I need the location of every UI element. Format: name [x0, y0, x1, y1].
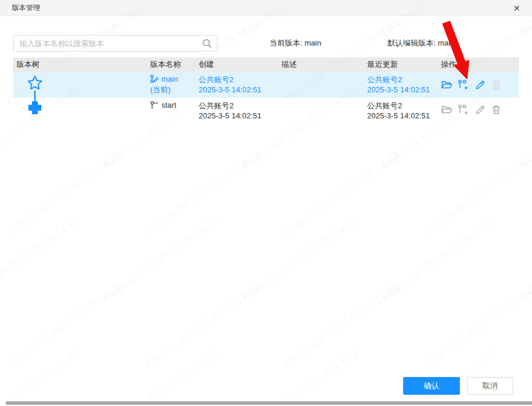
- updated-at: 2025-3-5 14:02:51: [367, 111, 437, 121]
- version-table: 版本树 版本名称 创建 描述 最近更新 操作: [13, 57, 519, 121]
- dialog-content: 当前版本: main 默认编辑版本: main 版本树 版本名称 创建 描述 最…: [0, 35, 532, 121]
- confirm-button[interactable]: 确认: [403, 377, 460, 395]
- watermark-text: zouyuxuan 2025-03-05 14:23: [281, 149, 401, 239]
- table-row[interactable]: main (当前) 公共账号2 2025-3-5 14:02:51 公共账号2 …: [13, 72, 519, 98]
- watermark-text: zouyuxuan 2025-03-05 14:23: [0, 347, 82, 406]
- edit-icon[interactable]: [474, 104, 486, 115]
- delete-icon[interactable]: [491, 79, 502, 90]
- watermark-text: zouyuxuan 2025-03-05 14:23: [517, 215, 532, 305]
- col-version-tree: 版本树: [13, 59, 147, 70]
- created-cell: 公共账号2 2025-3-5 14:02:51: [195, 98, 278, 121]
- col-actions: 操作: [437, 59, 519, 70]
- created-at: 2025-3-5 14:02:51: [199, 111, 278, 121]
- search-icon[interactable]: [202, 38, 212, 49]
- created-at: 2025-3-5 14:02:51: [199, 85, 278, 95]
- watermark-text: zouyuxuan 2025-03-05 14:23: [517, 347, 532, 406]
- version-tree-cell: [13, 98, 147, 121]
- edit-icon[interactable]: [474, 79, 486, 90]
- version-name: main: [161, 75, 178, 83]
- topbar: 当前版本: main 默认编辑版本: main: [13, 35, 519, 51]
- delete-icon[interactable]: [491, 104, 502, 115]
- watermark-text: zouyuxuan 2025-03-05 14:23: [100, 215, 221, 305]
- watermark-text: zouyuxuan 2025-03-05 14:23: [100, 347, 221, 406]
- watermark-text: zouyuxuan 2025-03-05 14:23: [142, 281, 262, 371]
- col-version-name: 版本名称: [147, 59, 195, 70]
- current-version-label: 当前版本: main: [270, 38, 321, 49]
- col-last-updated: 最近更新: [364, 59, 437, 70]
- created-by: 公共账号2: [199, 75, 278, 85]
- cancel-button[interactable]: 取消: [467, 377, 513, 395]
- watermark-text: zouyuxuan 2025-03-05 14:23: [239, 215, 360, 305]
- create-branch-icon[interactable]: [458, 104, 469, 115]
- watermark-text: zouyuxuan 2025-03-05 14:23: [142, 149, 262, 239]
- search-input[interactable]: [14, 36, 217, 51]
- watermark-text: zouyuxuan 2025-03-05 14:23: [420, 281, 532, 371]
- search-box: [13, 35, 218, 51]
- watermark-text: zouyuxuan 2025-03-05 14:23: [378, 215, 499, 305]
- actions-cell: [437, 72, 519, 98]
- version-tree-cell: [13, 72, 147, 98]
- watermark-text: zouyuxuan 2025-03-05 14:23: [3, 281, 124, 371]
- version-name: start: [161, 101, 176, 109]
- window-bottom-edge: [6, 401, 532, 405]
- dialog-title: 版本管理: [12, 3, 40, 13]
- watermark-text: zouyuxuan 2025-03-05 14:23: [0, 215, 82, 305]
- watermark-text: zouyuxuan 2025-03-05 14:23: [3, 149, 124, 239]
- description-cell: [278, 72, 364, 98]
- dialog-titlebar: 版本管理 ✕: [0, 0, 532, 16]
- default-edit-version-label: 默认编辑版本: main: [387, 38, 454, 49]
- updated-cell: 公共账号2 2025-3-5 14:02:51: [364, 98, 437, 121]
- version-name-cell: start: [147, 98, 195, 121]
- watermark-text: zouyuxuan 2025-03-05 14:23: [239, 347, 360, 406]
- updated-by: 公共账号2: [367, 75, 437, 85]
- description-cell: [278, 98, 364, 121]
- version-management-dialog: 版本管理 ✕ 当前版本: main 默认编辑版本: main 版本树 版本名称 …: [0, 0, 532, 406]
- table-body: main (当前) 公共账号2 2025-3-5 14:02:51 公共账号2 …: [13, 72, 519, 121]
- dialog-footer: 确认 取消: [403, 377, 513, 395]
- current-version-tag: (当前): [150, 85, 195, 95]
- watermark-text: zouyuxuan 2025-03-05 14:23: [420, 149, 532, 239]
- table-header: 版本树 版本名称 创建 描述 最近更新 操作: [13, 57, 519, 72]
- col-created: 创建: [195, 59, 278, 70]
- close-icon[interactable]: ✕: [508, 0, 525, 16]
- created-cell: 公共账号2 2025-3-5 14:02:51: [195, 72, 278, 98]
- version-name-cell: main (当前): [147, 72, 195, 98]
- branch-edit-icon: [150, 75, 159, 83]
- open-folder-icon[interactable]: [441, 104, 453, 115]
- branch-start-icon: [150, 101, 159, 109]
- col-description: 描述: [278, 59, 364, 70]
- create-branch-icon[interactable]: [458, 79, 469, 90]
- watermark-text: zouyuxuan 2025-03-05 14:23: [281, 281, 401, 371]
- updated-cell: 公共账号2 2025-3-5 14:02:51: [364, 72, 437, 98]
- table-row[interactable]: start 公共账号2 2025-3-5 14:02:51 公共账号2 2025…: [13, 98, 519, 121]
- open-folder-icon[interactable]: [441, 79, 453, 90]
- created-by: 公共账号2: [199, 101, 278, 111]
- updated-at: 2025-3-5 14:02:51: [367, 85, 437, 95]
- actions-cell: [437, 98, 519, 121]
- updated-by: 公共账号2: [367, 101, 437, 111]
